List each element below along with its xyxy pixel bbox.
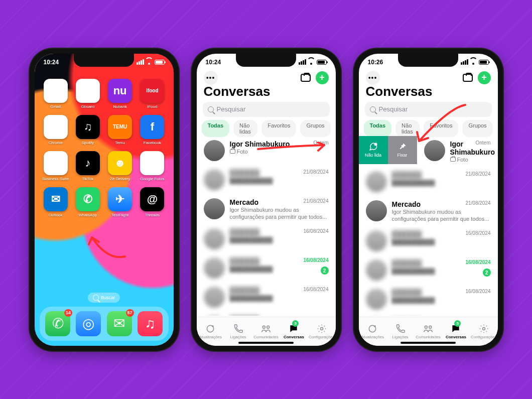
filter-chips: TodasNão lidasFavoritosGrupos <box>202 120 331 137</box>
app-icon: M <box>44 79 68 103</box>
chat-preview: ███████████ <box>230 265 329 273</box>
chat-row[interactable]: █████████████████21/08/2024 <box>197 165 336 194</box>
chat-preview: ███████████ <box>392 297 491 304</box>
search-field[interactable]: Pesquisar <box>365 102 492 117</box>
tab-icon <box>316 324 327 334</box>
chat-row[interactable]: MercadoIgor Shimabukuro mudou as configu… <box>197 194 336 225</box>
filter-chip[interactable]: Favoritos <box>424 120 458 137</box>
filter-chip[interactable]: Todas <box>202 120 230 137</box>
app-google-fotos[interactable]: ✿Google Fotos <box>138 151 166 181</box>
chat-row[interactable]: █████████████████16/08/20242 <box>359 255 498 285</box>
chat-preview: Igor Shimabukuro mudou as configurações … <box>230 206 329 221</box>
chat-row[interactable]: █████████████████16/08/2024 <box>359 226 498 255</box>
tab-configurações[interactable]: Configurações <box>308 317 335 346</box>
filter-chip[interactable]: Grupos <box>300 120 330 137</box>
app-label: Chrome <box>48 141 62 145</box>
app-facebook[interactable]: fFacebook <box>138 115 166 145</box>
chat-row[interactable]: █████████████████16/08/2024 <box>359 285 498 314</box>
filter-chip[interactable]: Todas <box>364 120 392 137</box>
battery-icon <box>155 60 165 65</box>
camera-button[interactable] <box>463 74 473 82</box>
chat-row[interactable]: █████████████████16/08/2024 <box>197 283 336 312</box>
app-label: Business Suite <box>42 177 69 181</box>
app-business-suite[interactable]: ∞Business Suite <box>42 151 70 181</box>
filter-chip[interactable]: Favoritos <box>261 120 296 137</box>
chat-row[interactable]: █████████████████16/08/2024 <box>197 224 336 253</box>
chat-row[interactable]: █████████████████16/08/20242 <box>197 253 336 283</box>
app-testflight[interactable]: ✈TestFlight <box>106 187 134 217</box>
new-chat-button[interactable]: + <box>316 71 329 84</box>
tab-icon <box>478 324 489 334</box>
search-placeholder: Pesquisar <box>379 105 408 113</box>
tab-atualizações[interactable]: Atualizações <box>197 317 224 346</box>
app-label: Spotify <box>82 141 94 145</box>
app-icon: ✆ <box>76 187 100 211</box>
app-label: TestFlight <box>111 213 128 217</box>
app-whatsapp[interactable]: ✆WhatsApp <box>74 187 102 217</box>
page-title: Conversas <box>366 84 433 99</box>
svg-point-1 <box>212 325 214 327</box>
filter-chips: TodasNão lidasFavoritosGrupos <box>364 120 493 137</box>
signal-icon <box>299 59 306 65</box>
app-tiktok[interactable]: ♪TikTok <box>74 151 102 181</box>
camera-button[interactable] <box>301 74 311 82</box>
chat-date: 21/08/2024 <box>465 171 490 177</box>
chat-date: 16/08/2024 <box>465 289 490 294</box>
more-menu-button[interactable]: ••• <box>366 71 380 85</box>
app-icon: TEMU <box>108 115 132 139</box>
avatar <box>204 169 225 190</box>
chat-date: 21/08/2024 <box>303 198 328 204</box>
app-label: Gmail <box>50 104 61 109</box>
filter-chip[interactable]: Grupos <box>462 120 492 137</box>
tab-icon <box>423 324 434 334</box>
dock-messages[interactable]: ✉57 <box>107 311 132 336</box>
avatar <box>366 230 387 251</box>
chat-row[interactable]: █████████████████1 <box>359 314 498 315</box>
dock-safari[interactable]: ◎ <box>76 311 101 336</box>
spotlight-search-pill[interactable]: Buscar <box>88 293 120 303</box>
app-chrome[interactable]: ◎Chrome <box>42 115 70 145</box>
chat-row[interactable]: █████████████████1 <box>197 312 336 315</box>
app-threads[interactable]: @Threads <box>138 187 166 217</box>
app-icon: ✿ <box>140 151 164 175</box>
chat-row[interactable]: Igor ShimabukuroFotoOntem <box>197 136 336 165</box>
chat-list[interactable]: Igor ShimabukuroFotoOntem███████████████… <box>359 136 498 316</box>
search-field[interactable]: Pesquisar <box>203 102 330 117</box>
app-icon: ◎ <box>44 115 68 139</box>
page-title: Conversas <box>204 84 271 99</box>
app-gboard[interactable]: GGboard <box>74 79 102 109</box>
app-nubank[interactable]: nuNubank <box>106 79 134 109</box>
chat-preview: ███████████ <box>392 238 491 245</box>
app-spotify[interactable]: ♫Spotify <box>74 115 102 145</box>
app-ifood[interactable]: ifoodiFood <box>138 79 166 109</box>
app-label: Temu <box>115 141 125 145</box>
app-temu[interactable]: TEMUTemu <box>106 115 134 145</box>
chat-date: 21/08/2024 <box>465 200 490 206</box>
tab-label: Ligações <box>392 335 409 339</box>
clock: 10:24 <box>44 59 59 66</box>
notch <box>398 54 458 67</box>
chat-row[interactable]: MercadoIgor Shimabukuro mudou as configu… <box>359 196 498 227</box>
chat-list[interactable]: Igor ShimabukuroFotoOntem███████████████… <box>197 136 336 316</box>
chat-date: Ontem <box>475 140 490 146</box>
search-label: Buscar <box>101 295 115 300</box>
tab-icon <box>260 324 272 334</box>
more-menu-button[interactable]: ••• <box>204 71 218 85</box>
wifi-icon <box>470 60 477 65</box>
filter-chip[interactable]: Não lidas <box>395 120 420 137</box>
dock-music[interactable]: ♫ <box>138 311 163 336</box>
tab-configurações[interactable]: Configurações <box>470 317 497 346</box>
dock-phone[interactable]: ✆14 <box>45 311 70 336</box>
app-label: Facebook <box>144 141 161 145</box>
chat-row[interactable]: Igor ShimabukuroFotoOntem <box>359 136 498 167</box>
tab-atualizações[interactable]: Atualizações <box>359 317 386 346</box>
tab-label: Conversas <box>284 335 304 339</box>
filter-chip[interactable]: Não lidas <box>233 120 257 137</box>
app-outlook[interactable]: ✉Outlook <box>42 187 70 217</box>
app-gmail[interactable]: MGmail <box>42 79 70 109</box>
chat-date: 21/08/2024 <box>303 169 328 175</box>
app-zé-delivery[interactable]: ☻Zé Delivery <box>106 151 134 181</box>
app-label: Nubank <box>113 104 127 109</box>
new-chat-button[interactable]: + <box>478 71 491 84</box>
chat-row[interactable]: █████████████████21/08/2024 <box>359 167 498 196</box>
